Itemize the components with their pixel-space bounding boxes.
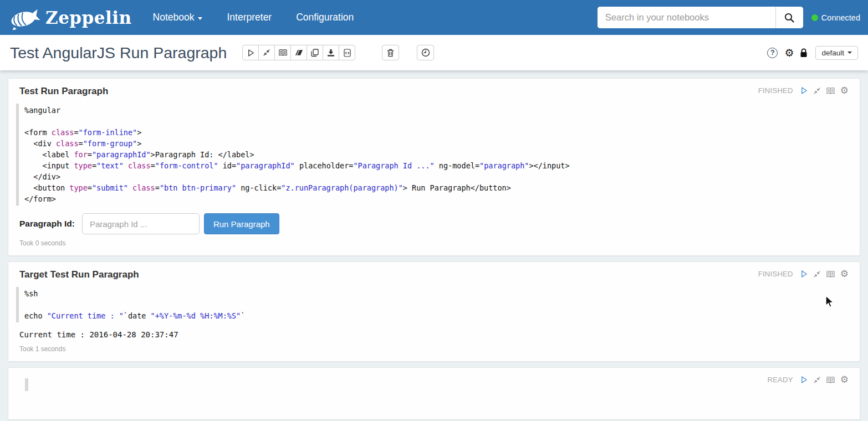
clone-icon: [311, 49, 319, 57]
execution-time: Took 0 seconds: [19, 239, 849, 247]
paragraph-settings-gear-icon[interactable]: ⚙: [840, 375, 849, 384]
run-paragraph-icon[interactable]: [800, 376, 808, 384]
status-badge: FINISHED: [758, 270, 793, 278]
interpreter-mode-dropdown[interactable]: default: [815, 46, 858, 60]
chevron-down-icon: [198, 17, 202, 20]
hide-output-book-icon[interactable]: [826, 376, 835, 384]
status-badge: FINISHED: [758, 86, 793, 95]
trash-icon: [387, 49, 394, 57]
show-hide-output-button[interactable]: [274, 45, 291, 60]
navbar: Zeppelin Notebook Interpreter Configurat…: [0, 0, 868, 35]
paragraph-controls: FINISHED ⚙: [758, 86, 849, 95]
note-body: Test Run Paragraph FINISHED ⚙ %angular <…: [0, 70, 868, 420]
nav-notebook[interactable]: Notebook: [153, 12, 203, 23]
hide-editor-icon[interactable]: [813, 376, 821, 384]
chevron-down-icon: [847, 52, 852, 54]
status-badge: READY: [767, 376, 793, 384]
scheduler-button[interactable]: [417, 45, 434, 60]
download-icon: [327, 49, 335, 57]
paragraph-controls: FINISHED ⚙: [758, 269, 849, 279]
compress-icon: [263, 49, 270, 57]
nav-menu: Notebook Interpreter Configuration: [153, 12, 379, 23]
paragraph-3[interactable]: READY ⚙: [8, 367, 860, 420]
note-title[interactable]: Test AngularJS Run Paragraph: [10, 44, 227, 62]
run-paragraph-icon[interactable]: [800, 270, 808, 278]
notebook-search: [598, 7, 803, 28]
paragraph-id-input[interactable]: [82, 213, 200, 234]
paragraph-title: Test Run Paragraph: [19, 86, 108, 97]
connected-label: Connected: [821, 13, 860, 22]
empty-editor-cursor-bar: [25, 378, 28, 391]
help-icon[interactable]: ?: [767, 48, 778, 58]
hide-output-book-icon[interactable]: [826, 87, 835, 95]
show-hide-code-button[interactable]: [258, 45, 275, 60]
paragraph-controls: READY ⚙: [767, 375, 849, 384]
paragraph-output: Current time : 2016-04-28 20:37:47: [19, 330, 849, 339]
paragraph-settings-gear-icon[interactable]: ⚙: [840, 86, 849, 95]
run-paragraph-icon[interactable]: [800, 86, 808, 95]
zeppelin-logo-icon: [9, 6, 40, 30]
export-note-button[interactable]: [323, 45, 339, 60]
play-icon: [247, 49, 255, 57]
nav-configuration[interactable]: Configuration: [296, 12, 354, 23]
book-icon: [278, 49, 288, 57]
titlebar-right-controls: ? ⚙ default: [767, 46, 858, 60]
code-editor[interactable]: %sh echo "Current time : "`date "+%Y-%m-…: [16, 287, 849, 322]
execution-time: Took 1 seconds: [19, 345, 849, 353]
interpreter-binding-gear-icon[interactable]: ⚙: [784, 48, 794, 58]
paragraph-settings-gear-icon[interactable]: ⚙: [840, 269, 849, 279]
clock-icon: [421, 48, 430, 57]
hide-editor-icon[interactable]: [813, 87, 821, 95]
hide-editor-icon[interactable]: [813, 270, 821, 278]
paragraph-1: Test Run Paragraph FINISHED ⚙ %angular <…: [8, 78, 860, 256]
search-input[interactable]: [598, 7, 775, 28]
zeppelin-brand[interactable]: Zeppelin: [9, 6, 132, 30]
run-paragraph-button[interactable]: Run Paragraph: [204, 213, 279, 234]
paragraph-title: Target Test Run Paragraph: [19, 269, 139, 280]
version-control-button[interactable]: [339, 45, 355, 60]
clone-note-button[interactable]: [307, 45, 323, 60]
nav-interpreter[interactable]: Interpreter: [227, 12, 272, 23]
paragraph-id-label: Paragraph Id:: [19, 219, 75, 229]
lock-icon[interactable]: [800, 48, 808, 58]
search-button[interactable]: [775, 7, 803, 28]
remove-note-button[interactable]: [382, 45, 399, 60]
run-all-button[interactable]: [242, 45, 259, 60]
paragraph-2: Target Test Run Paragraph FINISHED ⚙ %sh…: [8, 261, 860, 362]
note-titlebar: Test AngularJS Run Paragraph ? ⚙: [0, 35, 868, 70]
brand-name: Zeppelin: [45, 8, 132, 28]
hide-output-book-icon[interactable]: [826, 270, 835, 278]
eraser-icon: [295, 49, 303, 56]
angular-form: Paragraph Id: Run Paragraph: [19, 213, 849, 234]
connection-status: Connected: [811, 13, 860, 22]
code-file-icon: [344, 49, 351, 57]
note-actions-group: [242, 45, 355, 60]
code-editor[interactable]: %angular <form class="form-inline"> <div…: [16, 104, 849, 206]
search-icon: [784, 12, 795, 23]
connected-dot-icon: [811, 14, 818, 21]
clear-output-button[interactable]: [290, 45, 307, 60]
